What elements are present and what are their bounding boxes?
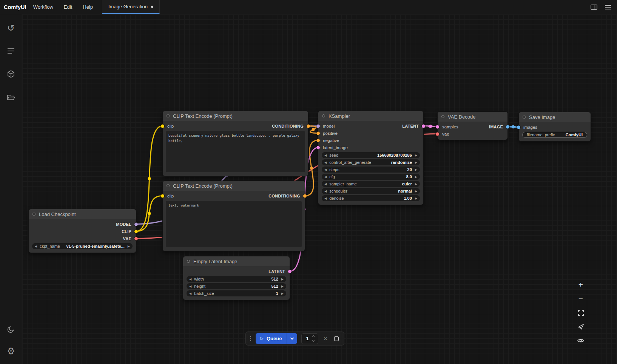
port-dot-icon[interactable] [316,124,320,128]
menu-help[interactable]: Help [83,4,93,10]
input-port-samples[interactable]: samples [442,125,458,129]
input-port-vae[interactable]: vae [442,132,449,136]
decrement-arrow-icon[interactable]: ◀ [324,154,327,157]
port-dot-icon[interactable] [307,124,310,128]
output-port-CLIP[interactable]: CLIP [122,229,131,234]
input-port-negative[interactable]: negative [323,138,339,143]
fit-view-icon[interactable] [576,308,585,317]
decrement-arrow-icon[interactable]: ◀ [324,190,327,193]
increment-arrow-icon[interactable]: ▶ [415,190,417,193]
increment-arrow-icon[interactable]: ▶ [281,278,284,281]
output-port-VAE[interactable]: VAE [123,236,131,241]
node-title-bar[interactable]: Load Checkpoint [29,209,136,219]
increment-arrow-icon[interactable]: ▶ [415,197,417,200]
collapse-dot-icon[interactable] [523,116,526,119]
tab-image-generation[interactable]: Image Generation [102,0,160,14]
port-dot-icon[interactable] [316,131,320,135]
widget-seed[interactable]: ◀seed156680208700286▶ [322,152,420,158]
input-port-clip[interactable]: clip [167,124,174,128]
increment-arrow-icon[interactable]: ▶ [415,168,417,171]
zoom-out-icon[interactable]: − [576,294,585,303]
interrupt-stop-icon[interactable] [334,336,339,341]
widget-sampler_name[interactable]: ◀sampler_nameeuler▶ [322,181,420,187]
node-title-bar[interactable]: Save Image [519,112,591,122]
widget-width[interactable]: ◀width512▶ [187,276,286,282]
port-dot-icon[interactable] [288,270,292,273]
collapse-dot-icon[interactable] [167,184,170,187]
widget-ckpt_name[interactable]: ◀ckpt_namev1-5-pruned-emaonly.safete...▶ [32,243,133,249]
batch-count-stepper[interactable]: 1 [301,333,318,344]
widget-filename_prefix[interactable]: filename_prefixComfyUI [522,132,587,138]
decrement-arrow-icon[interactable]: ◀ [35,245,37,248]
node-title-bar[interactable]: Empty Latent Image [183,256,290,266]
port-dot-icon[interactable] [316,139,320,142]
node-title-bar[interactable]: CLIP Text Encode (Prompt) [163,181,305,191]
menu-edit[interactable]: Edit [64,4,72,10]
settings-gear-icon[interactable]: ⚙ [3,344,19,359]
node-vae_decode[interactable]: VAE DecodesamplesIMAGEvae [437,111,508,140]
widget-height[interactable]: ◀height512▶ [187,283,286,289]
port-dot-icon[interactable] [303,194,307,197]
eye-visibility-icon[interactable] [576,336,585,345]
output-port-CONDITIONING[interactable]: CONDITIONING [272,124,304,128]
queue-button[interactable]: ▷ Queue [256,333,287,344]
node-save_image[interactable]: Save Imageimagesfilename_prefixComfyUI [518,112,591,142]
output-port-MODEL[interactable]: MODEL [116,222,131,227]
widget-denoise[interactable]: ◀denoise1.00▶ [322,195,420,201]
node-clip_positive[interactable]: CLIP Text Encode (Prompt)clipCONDITIONIN… [162,111,308,176]
port-dot-icon[interactable] [436,132,439,136]
node-library-icon[interactable] [3,43,19,59]
port-dot-icon[interactable] [316,146,320,149]
widget-scheduler[interactable]: ◀schedulernormal▶ [322,188,420,194]
drag-handle-icon[interactable] [250,336,251,341]
port-dot-icon[interactable] [161,124,164,128]
workflow-history-icon[interactable]: ↺ [3,20,19,35]
node-load_checkpoint[interactable]: Load CheckpointMODELCLIPVAE◀ckpt_namev1-… [28,209,136,253]
collapse-dot-icon[interactable] [32,213,35,216]
graph-canvas[interactable]: Load CheckpointMODELCLIPVAE◀ckpt_namev1-… [22,14,617,364]
increment-arrow-icon[interactable]: ▶ [415,161,417,164]
collapse-dot-icon[interactable] [187,260,190,263]
port-dot-icon[interactable] [134,230,138,233]
input-port-positive[interactable]: positive [323,131,338,136]
node-title-bar[interactable]: VAE Decode [438,112,507,122]
hamburger-menu-icon[interactable] [605,5,611,9]
workflows-folder-icon[interactable] [3,89,19,105]
clear-queue-icon[interactable]: × [322,335,329,342]
widget-steps[interactable]: ◀steps20▶ [322,167,420,173]
batch-count-value[interactable]: 1 [305,336,310,341]
node-ksampler[interactable]: KSamplermodelLATENTpositivenegativelaten… [318,111,424,205]
input-port-model[interactable]: model [323,124,335,128]
port-dot-icon[interactable] [422,124,425,128]
decrement-arrow-icon[interactable]: ◀ [189,285,191,288]
input-port-images[interactable]: images [523,125,537,130]
collapse-dot-icon[interactable] [441,115,444,118]
input-port-clip[interactable]: clip [167,194,174,198]
decrement-arrow-icon[interactable]: ◀ [324,161,327,164]
node-title-bar[interactable]: CLIP Text Encode (Prompt) [163,111,308,121]
increment-arrow-icon[interactable]: ▶ [415,175,417,179]
port-dot-icon[interactable] [161,194,164,197]
decrement-arrow-icon[interactable]: ◀ [189,278,191,281]
prompt-textarea[interactable]: beautiful scenery nature glass bottle la… [166,131,305,172]
theme-toggle-moon-icon[interactable] [3,322,19,337]
prompt-textarea[interactable]: text, watermark [166,201,302,247]
output-port-CONDITIONING[interactable]: CONDITIONING [268,194,300,198]
widget-control_after_generate[interactable]: ◀control_after_generaterandomize▶ [322,159,420,165]
increment-arrow-icon[interactable]: ▶ [128,245,130,248]
panel-toggle-icon[interactable] [591,4,597,10]
increment-icon[interactable] [312,335,315,338]
menu-workflow[interactable]: Workflow [33,4,53,10]
input-port-latent_image[interactable]: latent_image [323,145,348,150]
decrement-arrow-icon[interactable]: ◀ [324,182,327,186]
port-dot-icon[interactable] [506,125,509,128]
decrement-arrow-icon[interactable]: ◀ [324,197,327,200]
decrement-arrow-icon[interactable]: ◀ [189,292,191,295]
output-port-IMAGE[interactable]: IMAGE [489,125,503,129]
widget-batch_size[interactable]: ◀batch_size1▶ [187,290,286,296]
zoom-in-icon[interactable]: + [576,280,585,289]
decrement-arrow-icon[interactable]: ◀ [324,168,327,171]
increment-arrow-icon[interactable]: ▶ [415,182,417,186]
port-dot-icon[interactable] [436,125,439,128]
decrement-icon[interactable] [312,339,315,342]
